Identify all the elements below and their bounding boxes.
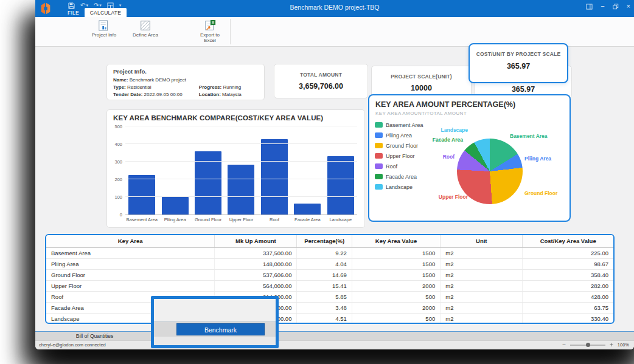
bar-chart-y-axis: 0100200300400500 (110, 127, 124, 215)
table-cell: Pliing Area (46, 258, 215, 269)
zoom-in-icon[interactable]: + (610, 342, 613, 348)
table-row[interactable]: Landscape165,200.004.51500m2330.40 (46, 313, 613, 324)
app-window: ↶▾ ↷▾ ▾ FILE CALCULATE Benchmark DEMO pr… (35, 0, 634, 349)
table-cell: m2 (441, 291, 523, 302)
project-scale-value: 10000 (372, 84, 471, 92)
table-row[interactable]: Ground Floor537,606.0014.691500m2358.40 (46, 269, 613, 280)
legend-label: Ground Floor (386, 143, 418, 149)
table-cell: 3.48 (297, 302, 352, 313)
legend-item: Ground Floor (375, 140, 423, 151)
legend-color-chip (375, 184, 383, 190)
legend-color-chip (375, 163, 383, 169)
bar-chart-y-tick: 0 (120, 212, 122, 218)
table-cell: 63.75 (523, 302, 613, 313)
table-column-header: Percentage(%) (297, 235, 352, 247)
project-info-title: Project Info. (113, 68, 258, 75)
bar-chart-x-tick: Landscape (324, 217, 357, 222)
pie-slice-label: Pliing Area (524, 156, 551, 162)
table-cell: 1500 (352, 269, 440, 280)
bar (294, 204, 321, 215)
project-info-icon (97, 19, 111, 32)
legend-color-chip (375, 153, 383, 159)
table-cell: 98.67 (523, 258, 613, 269)
bar-chart-y-tick: 200 (114, 177, 122, 182)
project-info-button[interactable]: Project Info (86, 18, 122, 38)
table-row[interactable]: Basement Area337,500.009.221500m2225.00 (46, 247, 613, 258)
project-info-fields: Name: Benchmark DEMO projectType: Reside… (113, 77, 258, 97)
table-cell: 4.04 (297, 258, 352, 269)
project-scale-card: PROJECT SCALE(UNIT) 10000 (371, 66, 472, 98)
table-cell: 225.00 (523, 247, 613, 258)
legend-item: Landscape (375, 182, 423, 192)
define-area-button[interactable]: Define Area (128, 18, 163, 38)
bar-chart-gridline (125, 179, 357, 179)
project-info-card: Project Info. Name: Benchmark DEMO proje… (106, 64, 265, 100)
restore-icon[interactable] (613, 4, 619, 10)
table-cell: 2000 (352, 302, 440, 313)
connection-status: cheryl-e@glodon.com connected (39, 342, 106, 348)
legend-item: Facade Area (375, 171, 423, 182)
project-info-field: Progress: Running (199, 84, 258, 90)
zoom-slider-thumb[interactable] (586, 343, 590, 347)
bar-chart-gridline (125, 126, 357, 126)
cost-unit-value: 365.97 (475, 85, 571, 94)
bar (327, 156, 354, 215)
table-cell: 148,000.00 (215, 258, 297, 269)
table-row[interactable]: Facade Area127,500.003.482000m263.75 (46, 302, 613, 313)
legend-label: Pliing Area (386, 132, 412, 139)
bar-chart-x-tick: Roof (258, 217, 291, 222)
legend-label: Facade Area (386, 174, 417, 180)
bar-chart-x-tick: Basement Area (125, 217, 158, 222)
dashboard: Project Info. Name: Benchmark DEMO proje… (35, 47, 634, 331)
table-row[interactable]: Pliing Area148,000.004.041500m298.67 (46, 258, 613, 269)
bar-chart-x-tick: Pliing Area (158, 217, 191, 222)
table-column-header: Mk Up Amount (215, 235, 297, 247)
table-row[interactable]: Roof214,000.005.85500m2428.00 (46, 291, 613, 302)
table-cell: 500 (352, 291, 440, 302)
bar-chart-x-tick: Ground Floor (192, 217, 225, 222)
bar-column (291, 204, 324, 215)
bar-chart-gridline (125, 161, 357, 162)
table-cell: Basement Area (46, 247, 215, 258)
legend-color-chip (375, 122, 383, 128)
close-icon[interactable]: × (627, 3, 630, 10)
pie-chart-subtitle: KEY AREA AMOUNT/TOTAL AMOUNT (375, 111, 467, 116)
zoom-controls: − + 100% (562, 342, 629, 348)
sheet-tab-bill-of-quantities[interactable]: Bill of Quantities (35, 332, 155, 340)
bar-chart-y-tick: 300 (114, 159, 122, 165)
table-cell: m2 (441, 280, 523, 291)
key-area-table: Key AreaMk Up AmountPercentage(%)Key Are… (46, 235, 613, 324)
project-info-field: Name: Benchmark DEMO project (113, 77, 258, 83)
legend-item: Pliing Area (375, 130, 423, 140)
bar-column (258, 139, 291, 215)
zoom-slider[interactable] (570, 345, 605, 346)
pie-slice-label: Upper Floor (425, 194, 468, 200)
bar-chart-gridline (125, 143, 357, 144)
export-to-excel-button[interactable]: x Export to Excel (192, 18, 228, 43)
pie-chart-card: KEY AREA AMOUNT PERCENTAGE(%) KEY AREA A… (368, 94, 571, 222)
zoom-level: 100% (618, 342, 629, 348)
zoom-out-icon[interactable]: − (562, 342, 566, 348)
table-row[interactable]: Upper Floor564,000.0015.412000m2282.00 (46, 280, 613, 291)
total-amount-label: TOTAL AMOUNT (274, 72, 368, 78)
window-title: Benchmark DEMO project-TBQ (35, 4, 634, 11)
project-info-label: Project Info (90, 32, 118, 38)
pie-slice-label: Basement Area (510, 133, 548, 139)
window-controls: − × (586, 3, 630, 10)
ribbon: Project Info Define Area x (35, 17, 634, 47)
table-column-header: Cost/Key Area Value (523, 235, 613, 247)
table-cell: 500 (352, 313, 440, 324)
bar (128, 175, 155, 215)
table-cell: 358.40 (523, 269, 613, 280)
legend-label: Roof (386, 163, 397, 170)
benchmark-bar-chart-card: KEY AREA BENCHMARK COMPARE(COST/KEY AREA… (106, 109, 365, 228)
minimize-icon[interactable]: − (601, 3, 604, 10)
bar-chart-title: KEY AREA BENCHMARK COMPARE(COST/KEY AREA… (113, 114, 323, 122)
table-cell: 330.40 (523, 313, 613, 324)
table-cell: m2 (441, 269, 523, 280)
layout-panel-icon[interactable] (586, 4, 593, 10)
cost-unit-highlight-callout: COST/UNIT BY PROJECT SCALE 365.97 (469, 43, 568, 83)
bar-chart-x-axis: Basement AreaPliing AreaGround FloorUppe… (125, 217, 357, 222)
benchmark-button[interactable]: Benchmark (176, 323, 265, 335)
table-cell: 5.85 (297, 291, 352, 302)
